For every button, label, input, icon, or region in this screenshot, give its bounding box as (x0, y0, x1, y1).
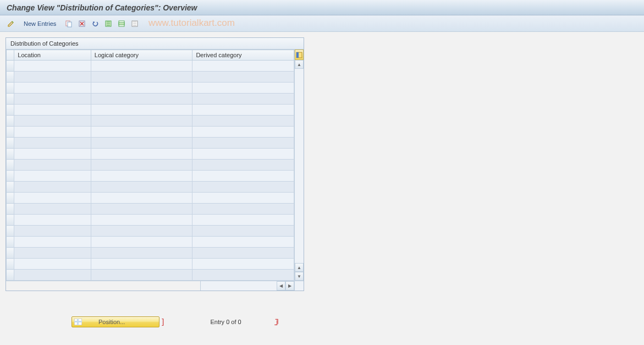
cell[interactable] (91, 61, 192, 72)
column-derived-category[interactable]: Derived category (192, 50, 294, 61)
cell[interactable] (192, 182, 294, 193)
cell[interactable] (91, 149, 192, 160)
scroll-right-button[interactable]: ▶ (285, 281, 294, 291)
position-button[interactable]: Position... (71, 316, 159, 327)
cell[interactable] (14, 171, 91, 182)
cell[interactable] (91, 116, 192, 127)
cell[interactable] (14, 72, 91, 83)
row-selector[interactable] (7, 226, 14, 237)
cell[interactable] (91, 72, 192, 83)
row-selector[interactable] (7, 72, 14, 83)
cell[interactable] (192, 72, 294, 83)
cell[interactable] (192, 160, 294, 171)
cell[interactable] (192, 237, 294, 248)
row-selector[interactable] (7, 94, 14, 105)
cell[interactable] (91, 215, 192, 226)
cell[interactable] (14, 105, 91, 116)
cell[interactable] (192, 149, 294, 160)
cell[interactable] (14, 83, 91, 94)
row-selector[interactable] (7, 215, 14, 226)
table-settings-button[interactable] (295, 50, 304, 60)
cell[interactable] (91, 127, 192, 138)
select-all-button[interactable] (103, 18, 114, 29)
cell[interactable] (14, 204, 91, 215)
scroll-down-button-2[interactable]: ▼ (295, 272, 304, 281)
cell[interactable] (91, 171, 192, 182)
cell[interactable] (91, 182, 192, 193)
row-selector[interactable] (7, 61, 14, 72)
cell[interactable] (192, 226, 294, 237)
cell[interactable] (14, 61, 91, 72)
scroll-down-button[interactable]: ▲ (295, 263, 304, 272)
row-selector[interactable] (7, 193, 14, 204)
cell[interactable] (91, 237, 192, 248)
cell[interactable] (192, 94, 294, 105)
row-selector[interactable] (7, 83, 14, 94)
cell[interactable] (192, 61, 294, 72)
cell[interactable] (192, 215, 294, 226)
cell[interactable] (14, 149, 91, 160)
cell[interactable] (192, 171, 294, 182)
cell[interactable] (14, 193, 91, 204)
cell[interactable] (14, 237, 91, 248)
column-logical-category[interactable]: Logical category (91, 50, 192, 61)
cell[interactable] (91, 204, 192, 215)
scroll-track-v[interactable] (295, 69, 304, 263)
cell[interactable] (91, 105, 192, 116)
row-selector[interactable] (7, 138, 14, 149)
row-selector[interactable] (7, 171, 14, 182)
scroll-left-button[interactable]: ◀ (277, 281, 285, 291)
new-entries-button[interactable]: New Entries (19, 18, 61, 29)
cell[interactable] (192, 83, 294, 94)
select-block-button[interactable] (116, 18, 127, 29)
column-location[interactable]: Location (14, 50, 91, 61)
row-selector[interactable] (7, 182, 14, 193)
cell[interactable] (14, 138, 91, 149)
cell[interactable] (14, 116, 91, 127)
cell[interactable] (192, 193, 294, 204)
cell[interactable] (91, 160, 192, 171)
cell[interactable] (192, 116, 294, 127)
scroll-up-button[interactable]: ▲ (295, 60, 304, 69)
cell[interactable] (14, 94, 91, 105)
cell[interactable] (192, 259, 294, 270)
cell[interactable] (14, 270, 91, 281)
row-selector[interactable] (7, 270, 14, 281)
cell[interactable] (91, 94, 192, 105)
cell[interactable] (91, 83, 192, 94)
row-selector-header[interactable] (7, 50, 14, 61)
cell[interactable] (14, 215, 91, 226)
row-selector[interactable] (7, 149, 14, 160)
copy-as-button[interactable] (63, 18, 74, 29)
cell[interactable] (91, 138, 192, 149)
row-selector[interactable] (7, 248, 14, 259)
cell[interactable] (192, 127, 294, 138)
row-selector[interactable] (7, 237, 14, 248)
row-selector[interactable] (7, 160, 14, 171)
cell[interactable] (14, 248, 91, 259)
row-selector[interactable] (7, 204, 14, 215)
cell[interactable] (14, 160, 91, 171)
row-selector[interactable] (7, 116, 14, 127)
cell[interactable] (192, 105, 294, 116)
cell[interactable] (192, 204, 294, 215)
deselect-all-button[interactable] (129, 18, 140, 29)
cell[interactable] (14, 259, 91, 270)
cell[interactable] (91, 248, 192, 259)
row-selector[interactable] (7, 105, 14, 116)
cell[interactable] (192, 248, 294, 259)
delete-button[interactable] (76, 18, 87, 29)
row-selector[interactable] (7, 127, 14, 138)
cell[interactable] (91, 193, 192, 204)
cell[interactable] (192, 138, 294, 149)
cell[interactable] (14, 127, 91, 138)
cell[interactable] (91, 270, 192, 281)
cell[interactable] (14, 226, 91, 237)
cell[interactable] (14, 182, 91, 193)
row-selector[interactable] (7, 259, 14, 270)
undo-change-button[interactable] (90, 18, 101, 29)
toggle-change-display-button[interactable] (5, 18, 16, 29)
cell[interactable] (91, 226, 192, 237)
cell[interactable] (192, 270, 294, 281)
scroll-track-h[interactable] (201, 281, 277, 291)
